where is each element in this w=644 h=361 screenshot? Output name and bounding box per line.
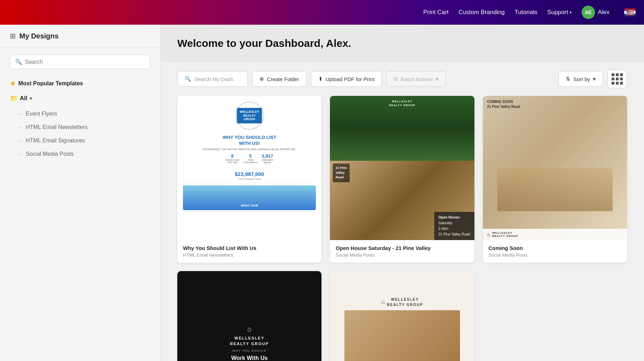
search-dash-icon: 🔍 <box>185 76 191 82</box>
create-folder-button[interactable]: ⊕ Create Folder <box>252 71 307 87</box>
design-title-coming-soon: Coming Soon <box>489 245 621 251</box>
sidebar-item-social-media-posts[interactable]: Social Media Posts <box>18 147 160 161</box>
upload-pdf-button[interactable]: ⬆ Upload PDF for Print <box>311 71 382 87</box>
batch-actions-label: Batch Actions <box>401 76 433 82</box>
design-thumb-open-house: WELLESLEYREALTY GROUP 21 PineValleyRoad … <box>330 96 474 240</box>
design-card-email[interactable]: WELLESLEYREALTYGROUP WHY YOU SHOULD LIST… <box>177 96 321 263</box>
design-title-open-house: Open House Saturday - 21 Pine Valley <box>336 245 468 251</box>
design-thumb-email: WELLESLEYREALTYGROUP WHY YOU SHOULD LIST… <box>177 96 321 240</box>
search-my-dash-label: Search My Dash <box>194 76 233 82</box>
language-flag-icon[interactable]: 🇺🇸 <box>624 8 636 16</box>
nav-items-list: Event Flyers HTML Email Newsletters HTML… <box>0 106 160 162</box>
design-category-coming-soon: Social Media Posts <box>489 252 621 258</box>
event-flyers-label: Event Flyers <box>26 111 57 117</box>
sidebar-title: My Designs <box>19 32 59 40</box>
support-dropdown[interactable]: Support ▾ <box>547 9 572 16</box>
create-folder-label: Create Folder <box>267 76 299 82</box>
sidebar: ⊞ My Designs 🔍 ★ Most Popular Templates … <box>0 25 160 361</box>
sidebar-item-html-email-newsletters[interactable]: HTML Email Newsletters <box>18 121 160 134</box>
search-box[interactable]: 🔍 <box>10 55 150 69</box>
tutorials-link[interactable]: Tutorials <box>515 9 538 16</box>
designs-grid: WELLESLEYREALTYGROUP WHY YOU SHOULD LIST… <box>160 96 644 361</box>
upload-icon: ⬆ <box>318 76 323 82</box>
user-menu[interactable]: AE Alex ▾ <box>582 6 614 19</box>
design-card-coming-soon[interactable]: COMING SOON21 Pine Valley Road ⌂ WELLESL… <box>483 96 627 263</box>
avatar: AE <box>582 6 595 19</box>
custom-branding-link[interactable]: Custom Branding <box>458 9 504 16</box>
html-email-signatures-label: HTML Email Signatures <box>26 137 85 144</box>
sort-by-label: Sort by <box>573 76 590 82</box>
all-label: All <box>20 95 27 102</box>
sort-by-button[interactable]: ⇅ Sort by ▾ <box>558 71 603 87</box>
header: Print Cart Custom Branding Tutorials Sup… <box>0 0 644 25</box>
design-info-email: Why You Should List With Us HTML Email N… <box>177 240 321 263</box>
folder-icon: 📁 <box>10 94 18 102</box>
design-category-open-house: Social Media Posts <box>336 252 468 258</box>
most-popular-templates[interactable]: ★ Most Popular Templates <box>0 76 160 91</box>
user-chevron-icon: ▾ <box>612 10 614 15</box>
create-folder-icon: ⊕ <box>259 76 264 82</box>
design-info-coming-soon: Coming Soon Social Media Posts <box>483 240 627 263</box>
sidebar-item-html-email-signatures[interactable]: HTML Email Signatures <box>18 134 160 147</box>
design-card-open-house[interactable]: WELLESLEYREALTY GROUP 21 PineValleyRoad … <box>330 96 474 263</box>
design-card-feature[interactable]: ⌂ WELLESLEYREALTY GROUP Wellesley Featur… <box>330 271 474 361</box>
welcome-banner: Welcome to your Dashboard, Alex. <box>160 25 644 62</box>
social-media-posts-label: Social Media Posts <box>26 151 74 157</box>
search-icon: 🔍 <box>15 59 22 65</box>
header-nav: Print Cart Custom Branding Tutorials Sup… <box>423 6 636 19</box>
upload-pdf-label: Upload PDF for Print <box>326 76 374 82</box>
design-category-email: HTML Email Newsletters <box>183 252 316 258</box>
html-email-newsletters-label: HTML Email Newsletters <box>26 124 87 130</box>
print-cart-link[interactable]: Print Cart <box>423 9 449 16</box>
star-icon: ★ <box>10 80 16 87</box>
batch-chevron-icon: ▾ <box>436 76 438 82</box>
main-content: Welcome to your Dashboard, Alex. 🔍 Searc… <box>160 25 644 361</box>
toolbar: 🔍 Search My Dash ⊕ Create Folder ⬆ Uploa… <box>160 62 644 96</box>
most-popular-label: Most Popular Templates <box>18 80 83 87</box>
username-label: Alex <box>598 9 609 16</box>
design-thumb-feature: ⌂ WELLESLEYREALTY GROUP <box>330 271 474 361</box>
all-section[interactable]: 📁 All ▾ <box>0 91 160 106</box>
all-chevron-icon: ▾ <box>30 96 32 101</box>
search-input[interactable] <box>25 59 145 65</box>
sidebar-item-event-flyers[interactable]: Event Flyers <box>18 107 160 121</box>
support-label: Support <box>547 9 568 16</box>
main-layout: ⊞ My Designs 🔍 ★ Most Popular Templates … <box>0 25 644 361</box>
welcome-heading: Welcome to your Dashboard, Alex. <box>177 37 627 49</box>
grid-view-icon <box>611 73 623 85</box>
sidebar-header: ⊞ My Designs <box>0 25 160 48</box>
search-my-dash-button[interactable]: 🔍 Search My Dash <box>177 71 248 87</box>
sort-chevron-icon: ▾ <box>593 76 596 82</box>
support-chevron-icon: ▾ <box>570 10 572 15</box>
batch-icon: ⊟ <box>393 76 398 82</box>
design-thumb-coming-soon: COMING SOON21 Pine Valley Road ⌂ WELLESL… <box>483 96 627 240</box>
design-card-work-with-us[interactable]: ⌂ WELLESLEYREALTY GROUP WHY YOU SHOULD W… <box>177 271 321 361</box>
grid-view-toggle[interactable] <box>607 70 627 88</box>
grid-icon: ⊞ <box>10 32 16 40</box>
design-title-email: Why You Should List With Us <box>183 245 316 251</box>
sort-icon: ⇅ <box>566 76 570 82</box>
design-info-open-house: Open House Saturday - 21 Pine Valley Soc… <box>330 240 474 263</box>
design-thumb-work-with-us: ⌂ WELLESLEYREALTY GROUP WHY YOU SHOULD W… <box>177 271 321 361</box>
batch-actions-button[interactable]: ⊟ Batch Actions ▾ <box>386 71 446 87</box>
sidebar-search-area: 🔍 <box>0 48 160 76</box>
